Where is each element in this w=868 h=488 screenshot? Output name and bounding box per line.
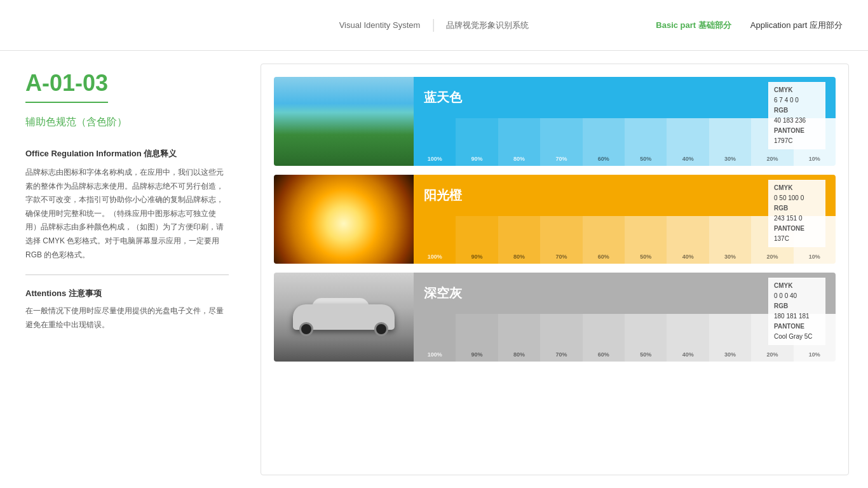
swatch-item: 80% — [498, 118, 540, 166]
swatch-item: 60% — [583, 216, 625, 264]
swatch-item: 50% — [625, 118, 667, 166]
sidebar-divider — [25, 274, 229, 275]
color-info-blue: CMYK 6 7 4 0 0 RGB 40 183 236 PANTONE 17… — [768, 82, 825, 149]
color-top-gray: 深空灰 CMYK 0 0 0 40 RGB 180 181 181 PANTON… — [414, 273, 836, 314]
swatch-item: 100% — [414, 314, 456, 362]
main-content: 蓝天色 CMYK 6 7 4 0 0 RGB 40 183 236 PANTON… — [254, 51, 868, 488]
swatch-item: 70% — [540, 118, 582, 166]
brand-label: 品牌视觉形象识别系统 — [446, 20, 529, 31]
page-code: A-01-03 — [25, 70, 108, 103]
car-body — [287, 295, 401, 339]
main-layout: A-01-03 辅助色规范（含色阶） Office Regulation Inf… — [0, 51, 868, 488]
nav-application[interactable]: Application part 应用部分 — [750, 20, 843, 31]
color-name-gray: 深空灰 — [424, 285, 462, 302]
sky-image — [274, 77, 414, 166]
color-top-blue: 蓝天色 CMYK 6 7 4 0 0 RGB 40 183 236 PANTON… — [414, 77, 836, 118]
swatch-item: 90% — [456, 314, 498, 362]
color-row-gray: 深空灰 CMYK 0 0 0 40 RGB 180 181 181 PANTON… — [274, 273, 836, 362]
swatch-item: 100% — [414, 216, 456, 264]
color-info-orange: CMYK 0 50 100 0 RGB 243 151 0 PANTONE 13… — [768, 180, 825, 247]
color-image-blue — [274, 77, 414, 166]
swatch-item: 90% — [456, 216, 498, 264]
swatch-item: 30% — [709, 118, 751, 166]
nav-basic[interactable]: Basic part 基础部分 — [656, 20, 731, 31]
swatch-item: 60% — [583, 118, 625, 166]
swatch-item: 40% — [667, 118, 709, 166]
car-wheel-left — [299, 322, 313, 336]
swatch-item: 90% — [456, 118, 498, 166]
swatch-item: 80% — [498, 216, 540, 264]
swatch-item: 50% — [625, 216, 667, 264]
sidebar: A-01-03 辅助色规范（含色阶） Office Regulation Inf… — [0, 51, 254, 488]
attention-title: Attentions 注意事项 — [25, 288, 229, 299]
swatch-item: 80% — [498, 314, 540, 362]
swatch-item: 100% — [414, 118, 456, 166]
color-row-blue: 蓝天色 CMYK 6 7 4 0 0 RGB 40 183 236 PANTON… — [274, 77, 836, 166]
swatch-item: 70% — [540, 314, 582, 362]
car-image — [274, 273, 414, 362]
color-image-orange — [274, 175, 414, 264]
swatch-item: 60% — [583, 314, 625, 362]
color-name-orange: 阳光橙 — [424, 187, 462, 204]
sun-image — [274, 175, 414, 264]
content-card: 蓝天色 CMYK 6 7 4 0 0 RGB 40 183 236 PANTON… — [261, 64, 849, 475]
swatch-item: 40% — [667, 216, 709, 264]
swatch-item: 30% — [709, 314, 751, 362]
color-name-blue: 蓝天色 — [424, 89, 462, 106]
section-body: 品牌标志由图标和字体名称构成，在应用中，我们以这些元素的整体作为品牌标志来使用。… — [25, 166, 229, 262]
color-right-gray: 深空灰 CMYK 0 0 0 40 RGB 180 181 181 PANTON… — [414, 273, 836, 362]
color-top-orange: 阳光橙 CMYK 0 50 100 0 RGB 243 151 0 PANTON… — [414, 175, 836, 216]
color-row-orange: 阳光橙 CMYK 0 50 100 0 RGB 243 151 0 PANTON… — [274, 175, 836, 264]
header-nav: Basic part 基础部分 Application part 应用部分 — [656, 20, 843, 31]
swatch-item: 30% — [709, 216, 751, 264]
swatch-item: 40% — [667, 314, 709, 362]
swatch-item: 50% — [625, 314, 667, 362]
section-title: Office Regulation Information 信息释义 — [25, 148, 229, 159]
car-wheel-right — [374, 322, 388, 336]
swatch-item: 70% — [540, 216, 582, 264]
vis-label: Visual Identity System — [339, 20, 421, 30]
page-subtitle: 辅助色规范（含色阶） — [25, 116, 229, 129]
header: Visual Identity System 品牌视觉形象识别系统 Basic … — [0, 0, 868, 51]
color-info-gray: CMYK 0 0 0 40 RGB 180 181 181 PANTONE Co… — [768, 278, 825, 345]
color-right-blue: 蓝天色 CMYK 6 7 4 0 0 RGB 40 183 236 PANTON… — [414, 77, 836, 166]
attention-body: 在一般情况下使用时应尽量使用提供的光盘电子文件，尽量避免在重绘中出现错误。 — [25, 304, 229, 332]
color-image-gray — [274, 273, 414, 362]
header-center: Visual Identity System 品牌视觉形象识别系统 — [339, 19, 529, 32]
header-divider — [433, 19, 433, 32]
color-right-orange: 阳光橙 CMYK 0 50 100 0 RGB 243 151 0 PANTON… — [414, 175, 836, 264]
